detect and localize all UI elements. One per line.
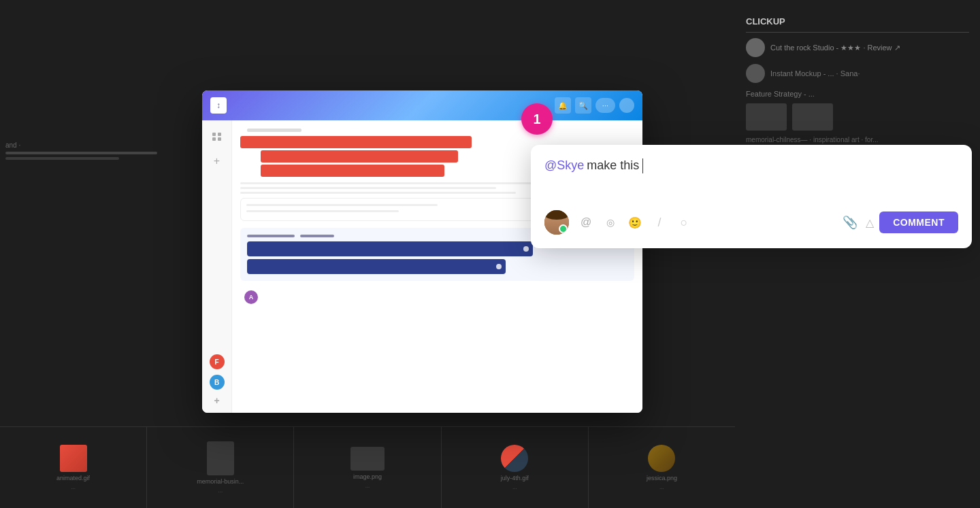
- comment-text: make this: [587, 158, 639, 173]
- header-icons-group: 🔔 🔍 ···: [555, 97, 634, 114]
- right-sidebar-bg: CLICKUP Cut the rock Studio - ★★★ · Revi…: [735, 0, 980, 508]
- bottom-avatar-row: A: [240, 286, 634, 304]
- blue-bar-2: [247, 259, 506, 274]
- at-mention-icon[interactable]: @: [574, 211, 598, 234]
- rs-thumbnails: [746, 103, 969, 131]
- toolbar-icons-group: @ ◎ 🙂 / ○: [574, 211, 696, 234]
- header-bell-icon[interactable]: 🔔: [555, 97, 571, 114]
- rs-brand: CLICKUP: [746, 16, 969, 27]
- thumb-2[interactable]: image.png ...: [294, 427, 441, 508]
- app-screenshot-card: ↕ 🔔 🔍 ··· + F B: [202, 90, 642, 413]
- rs-item-1: Instant Mockup - ... · Sana·: [746, 64, 969, 83]
- left-bg-content: and ·: [0, 136, 201, 165]
- sidebar-plus-bottom[interactable]: +: [214, 395, 219, 406]
- rs-item-0: Cut the rock Studio - ★★★ · Review ↗: [746, 38, 969, 57]
- notification-badge[interactable]: 1: [521, 103, 553, 135]
- emoji-icon[interactable]: 🙂: [623, 211, 647, 234]
- header-search-icon[interactable]: 🔍: [575, 97, 591, 114]
- app-header: ↕ 🔔 🔍 ···: [202, 90, 642, 120]
- thumb-0[interactable]: animated.gif ...: [0, 427, 147, 508]
- text-cursor: [642, 158, 643, 173]
- thumb-3[interactable]: july-4th.gif ...: [442, 427, 589, 508]
- attach-icon[interactable]: 📎: [843, 215, 858, 230]
- header-avatar[interactable]: [619, 98, 634, 113]
- rs-item-2: Feature Strategy - ...: [746, 90, 969, 98]
- comment-text-display[interactable]: @Skye make this: [544, 158, 958, 199]
- app-sidebar: + F B +: [202, 120, 232, 413]
- rs-item-3: memorial-chilness— · inspirational art ·…: [746, 136, 969, 143]
- attach-icons: 📎 △: [843, 215, 874, 230]
- drive-icon[interactable]: △: [866, 216, 874, 229]
- sidebar-avatar-b: B: [210, 375, 225, 390]
- mention-tag: @Skye: [544, 158, 584, 173]
- bottom-avatar: A: [244, 290, 258, 304]
- comment-toolbar: @ ◎ 🙂 / ○ 📎 △ COMMENT: [544, 210, 958, 235]
- bottom-grid: animated.gif ... memorial-busin... ... i…: [0, 426, 735, 508]
- comment-popup: @Skye make this @ ◎ 🙂 / ○ 📎 △ COMMENT: [531, 145, 972, 248]
- blue-bar-1: [247, 241, 533, 256]
- thumb-1[interactable]: memorial-busin... ...: [147, 427, 294, 508]
- sidebar-add-icon[interactable]: +: [208, 152, 227, 171]
- record-icon[interactable]: ○: [672, 211, 696, 234]
- comment-submit-button[interactable]: COMMENT: [879, 211, 958, 233]
- thumb-4[interactable]: jessica.png ...: [589, 427, 735, 508]
- sidebar-avatar-f: F: [210, 354, 225, 369]
- commenter-avatar: [544, 210, 569, 235]
- slash-command-icon[interactable]: /: [648, 211, 671, 234]
- tag-icon[interactable]: ◎: [599, 211, 622, 234]
- sidebar-grid-icon[interactable]: [208, 127, 227, 146]
- header-pill[interactable]: ···: [595, 98, 615, 113]
- app-logo-icon: ↕: [210, 97, 227, 114]
